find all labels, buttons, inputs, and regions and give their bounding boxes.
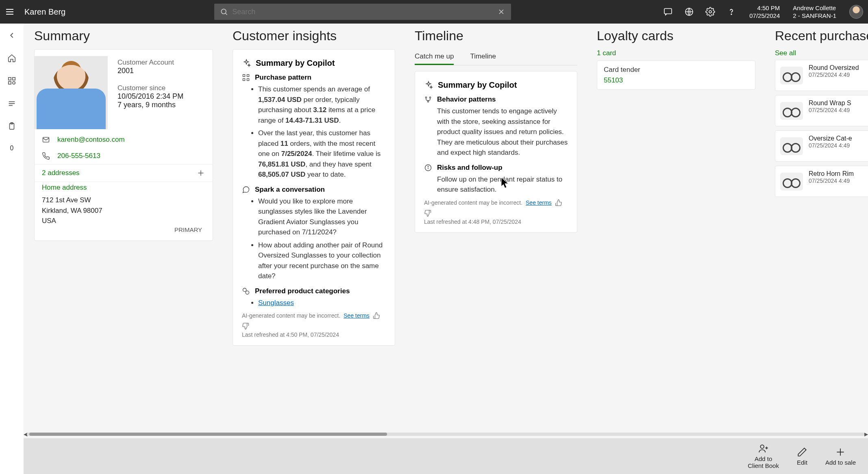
- copilot-heading: Summary by Copilot: [256, 58, 335, 68]
- purchase-item[interactable]: Retro Horn Rim 07/25/2024 4:49 N: [775, 166, 868, 197]
- list-icon[interactable]: [7, 99, 16, 108]
- spark-item-1: Would you like to explore more sunglasse…: [258, 196, 386, 238]
- thumbs-up-icon[interactable]: [555, 199, 562, 206]
- purchase-pattern-item-1: This customer spends an average of 1,537…: [258, 84, 386, 126]
- spark-item-2: How about adding another pair of Round O…: [258, 240, 386, 281]
- see-terms-link[interactable]: See terms: [526, 199, 552, 206]
- home-address-block[interactable]: Home address 712 1st Ave SW Kirkland, WA…: [35, 182, 213, 240]
- sparkle-icon: [242, 59, 251, 68]
- email-value: karenb@contoso.com: [57, 136, 125, 144]
- scrollbar-thumb[interactable]: [29, 433, 387, 436]
- phone-row[interactable]: 206-555-5613: [35, 148, 213, 164]
- svg-rect-11: [9, 78, 11, 80]
- purchase-item[interactable]: Oversize Cat-e 07/25/2024 4:49 N: [775, 130, 868, 162]
- gear-icon[interactable]: [705, 7, 715, 17]
- timeline-ai-footer: AI-generated content may be incorrect. S…: [424, 199, 568, 217]
- left-sidebar: 0: [0, 24, 24, 474]
- grid-settings-icon[interactable]: [7, 76, 16, 85]
- ai-disclaimer: AI-generated content may be incorrect.: [242, 312, 340, 319]
- avatar[interactable]: [849, 5, 863, 19]
- svg-rect-25: [243, 79, 245, 81]
- purchase-badge: N: [809, 184, 868, 193]
- pattern-icon: [242, 74, 250, 82]
- search-clear-icon[interactable]: [497, 8, 505, 16]
- loyalty-count[interactable]: 1 card: [597, 49, 755, 57]
- category-icon: [242, 287, 250, 295]
- insights-column: Customer insights Summary by Copilot Pur…: [233, 28, 395, 429]
- add-to-sale-button[interactable]: Add to sale: [825, 447, 856, 466]
- phone-icon: [42, 152, 50, 160]
- svg-rect-12: [13, 78, 15, 80]
- loyalty-card[interactable]: Card tender 55103: [597, 61, 755, 90]
- main-scroll[interactable]: Summary Customer Account 2001 Customer s…: [24, 24, 868, 429]
- search-input[interactable]: [232, 8, 493, 16]
- see-all-link[interactable]: See all: [775, 49, 868, 57]
- menu-icon[interactable]: [5, 7, 15, 17]
- tab-timeline[interactable]: Timeline: [470, 49, 496, 65]
- addresses-header[interactable]: 2 addresses: [35, 164, 213, 182]
- add-address-icon[interactable]: [196, 169, 205, 177]
- purchases-heading: Recent purchases: [775, 28, 868, 43]
- info-icon: [424, 164, 432, 172]
- account-value: 2001: [117, 67, 183, 75]
- header-user[interactable]: Andrew Collette 2 - SANFRAN-1: [793, 4, 836, 20]
- ai-disclaimer: AI-generated content may be incorrect.: [424, 199, 522, 206]
- edit-button[interactable]: Edit: [797, 447, 807, 466]
- thumbs-down-icon[interactable]: [424, 210, 431, 217]
- add-sale-label: Add to sale: [825, 459, 856, 466]
- thumbs-down-icon[interactable]: [242, 322, 249, 330]
- person-add-icon: [758, 443, 769, 454]
- purchase-date: 07/25/2024 4:49: [809, 71, 868, 78]
- insights-heading: Customer insights: [233, 28, 395, 43]
- svg-point-35: [760, 445, 764, 448]
- phone-value: 206-555-5613: [57, 152, 100, 160]
- spark-heading: Spark a conversation: [255, 186, 325, 194]
- address-line2: Kirkland, WA 98007: [42, 206, 205, 216]
- svg-point-28: [246, 291, 249, 294]
- svg-rect-13: [9, 82, 11, 84]
- svg-point-29: [425, 97, 426, 98]
- globe-icon[interactable]: [684, 7, 694, 17]
- see-terms-link[interactable]: See terms: [344, 312, 370, 319]
- timeline-heading: Timeline: [415, 28, 577, 43]
- sidebar-badge[interactable]: 0: [10, 145, 14, 152]
- header-datetime: 4:50 PM 07/25/2024: [749, 4, 780, 20]
- svg-point-3: [222, 9, 226, 14]
- scroll-right-icon[interactable]: ▶: [864, 431, 868, 437]
- timeline-copilot-heading: Summary by Copilot: [438, 80, 517, 90]
- purchase-thumb: [780, 137, 803, 155]
- purchase-date: 07/25/2024 4:49: [809, 107, 868, 113]
- back-icon[interactable]: [7, 31, 16, 40]
- clipboard-icon[interactable]: [7, 122, 16, 131]
- address-line1: 712 1st Ave SW: [42, 195, 205, 206]
- help-icon[interactable]: [727, 7, 736, 17]
- svg-rect-24: [247, 75, 249, 77]
- pref-category-link[interactable]: Sunglasses: [258, 299, 294, 307]
- addresses-count: 2 addresses: [42, 169, 80, 177]
- purchase-thumb: [780, 67, 803, 84]
- purchase-date: 07/25/2024 4:49: [809, 177, 868, 184]
- behavior-heading: Behavior patterns: [437, 95, 496, 104]
- svg-rect-23: [243, 75, 245, 77]
- email-row[interactable]: karenb@contoso.com: [35, 132, 213, 148]
- since-duration: 7 years, 9 months: [117, 101, 183, 109]
- purchase-name: Round Wrap S: [809, 100, 868, 107]
- home-icon[interactable]: [7, 54, 16, 63]
- purchase-item[interactable]: Round Oversized 07/25/2024 4:49 N: [775, 60, 868, 91]
- purchase-pattern-item-2: Over the last year, this customer has pl…: [258, 128, 386, 180]
- chat-icon[interactable]: [663, 7, 673, 17]
- topbar-actions: [663, 7, 736, 17]
- search-box[interactable]: [214, 4, 511, 20]
- email-icon: [42, 136, 50, 144]
- header-date: 07/25/2024: [749, 12, 780, 20]
- summary-column: Summary Customer Account 2001 Customer s…: [34, 28, 213, 429]
- sparkle-icon: [424, 81, 433, 90]
- horizontal-scrollbar[interactable]: ◀ ▶: [24, 430, 868, 438]
- customer-info: Customer Account 2001 Customer since 10/…: [117, 56, 183, 129]
- svg-point-9: [709, 11, 711, 13]
- thumbs-up-icon[interactable]: [373, 312, 380, 319]
- purchase-item[interactable]: Round Wrap S 07/25/2024 4:49 N: [775, 95, 868, 126]
- add-to-client-book-button[interactable]: Add to Client Book: [748, 443, 779, 469]
- tab-catch-me-up[interactable]: Catch me up: [415, 49, 454, 65]
- primary-badge: PRIMARY: [42, 226, 205, 233]
